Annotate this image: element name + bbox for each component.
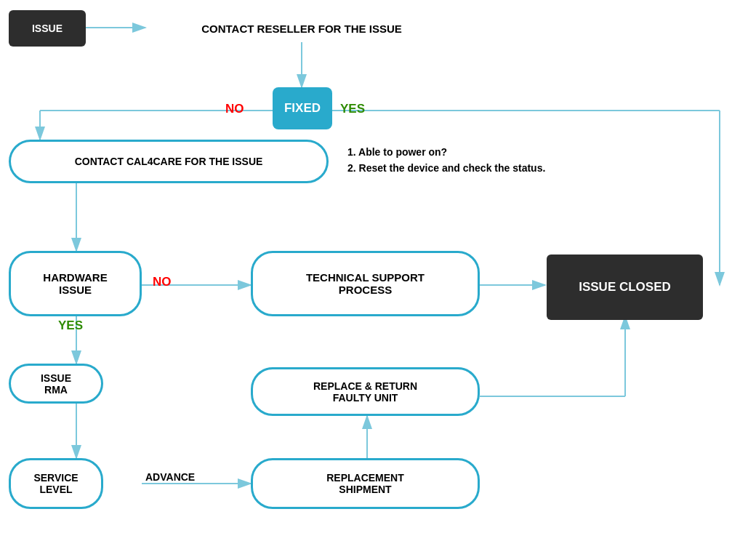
yes1-label: YES	[340, 102, 365, 116]
replace-return-node: REPLACE & RETURN FAULTY UNIT	[251, 367, 480, 416]
fixed-node: FIXED	[273, 87, 332, 129]
info-text: 1. Able to power on? 2. Reset the device…	[347, 144, 545, 177]
contact-cal4care-node: CONTACT CAL4CARE FOR THE ISSUE	[9, 140, 329, 183]
hardware-issue-node: HARDWARE ISSUE	[9, 251, 142, 316]
issue-rma-node: ISSUE RMA	[9, 364, 103, 404]
contact-reseller-node: CONTACT RESELLER FOR THE ISSUE	[145, 10, 458, 47]
advance-label: ADVANCE	[145, 471, 195, 483]
yes2-label: YES	[58, 318, 83, 333]
no1-label: NO	[225, 102, 244, 116]
issue-node: ISSUE	[9, 10, 86, 47]
technical-support-node: TECHNICAL SUPPORT PROCESS	[251, 251, 480, 316]
issue-closed-node: ISSUE CLOSED	[547, 255, 703, 320]
service-level-node: SERVICE LEVEL	[9, 458, 103, 509]
replacement-shipment-node: REPLACEMENT SHIPMENT	[251, 458, 480, 509]
no2-label: NO	[153, 275, 172, 289]
